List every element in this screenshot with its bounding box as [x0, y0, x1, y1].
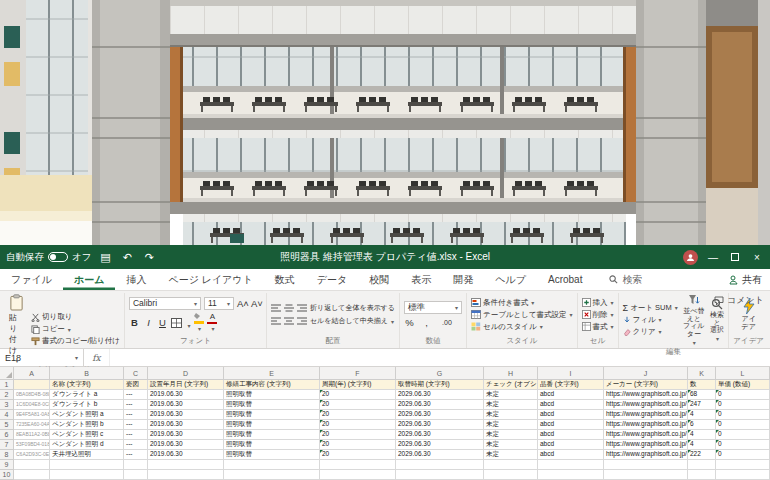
cell-G10[interactable]	[396, 470, 484, 480]
column-header-B[interactable]: B	[50, 367, 124, 380]
tab-データ[interactable]: データ	[306, 269, 358, 290]
cell-A9[interactable]	[14, 460, 50, 470]
cell-K4[interactable]: 4	[688, 410, 716, 420]
cell-I9[interactable]	[538, 460, 604, 470]
cell-C2[interactable]: ---	[124, 390, 148, 400]
cell-G3[interactable]: 2029.06.30	[396, 400, 484, 410]
cell-H10[interactable]	[484, 470, 538, 480]
cell-L5[interactable]: 0	[716, 420, 770, 430]
cell-E2[interactable]: 照明取替	[224, 390, 320, 400]
tab-開発[interactable]: 開発	[442, 269, 484, 290]
search-box[interactable]: 検索	[609, 269, 642, 290]
cell-A6[interactable]: 8EAB11A2-0B87	[14, 430, 50, 440]
cell-F3[interactable]: 20	[320, 400, 396, 410]
cell-E6[interactable]: 照明取替	[224, 430, 320, 440]
autosave-toggle[interactable]: 自動保存 オフ	[6, 251, 91, 264]
cell-J8[interactable]: https://www.graphisoft.co.jp/	[604, 450, 688, 460]
cell-J7[interactable]: https://www.graphisoft.co.jp/	[604, 440, 688, 450]
underline-button[interactable]: U	[157, 317, 168, 328]
cell-A4[interactable]: 9E4F5A81-0A87	[14, 410, 50, 420]
cell-A5[interactable]: 7235EA60-04A7	[14, 420, 50, 430]
comma-style-button[interactable]: ,	[421, 317, 432, 328]
cell-J2[interactable]: https://www.graphisoft.co.jp/	[604, 390, 688, 400]
column-header-J[interactable]: J	[604, 367, 688, 380]
cell-K3[interactable]: 247	[688, 400, 716, 410]
maximize-button[interactable]	[728, 252, 742, 263]
font-size-select[interactable]: 11	[204, 297, 234, 310]
cell-E8[interactable]: 照明取替	[224, 450, 320, 460]
row-header-8[interactable]: 8	[0, 450, 14, 460]
row-header-1[interactable]: 1	[0, 380, 14, 390]
tab-ファイル[interactable]: ファイル	[0, 269, 63, 290]
column-header-I[interactable]: I	[538, 367, 604, 380]
cell-B8[interactable]: 天井埋込照明	[50, 450, 124, 460]
cell-K10[interactable]	[688, 470, 716, 480]
column-header-F[interactable]: F	[320, 367, 396, 380]
clear-button[interactable]: クリア	[623, 327, 678, 337]
cell-F10[interactable]	[320, 470, 396, 480]
cell-B10[interactable]	[50, 470, 124, 480]
cell-B3[interactable]: ダウンライト b	[50, 400, 124, 410]
cell-C3[interactable]: ---	[124, 400, 148, 410]
close-button[interactable]: ×	[750, 252, 764, 263]
column-header-D[interactable]: D	[148, 367, 224, 380]
autosum-button[interactable]: Σ オート SUM	[623, 303, 678, 313]
cell-C10[interactable]	[124, 470, 148, 480]
cell-L9[interactable]	[716, 460, 770, 470]
cell-E5[interactable]: 照明取替	[224, 420, 320, 430]
cell-I2[interactable]: abcd	[538, 390, 604, 400]
cell-B1[interactable]: 名称 (文字列)	[50, 380, 124, 390]
cell-G6[interactable]: 2029.06.30	[396, 430, 484, 440]
tab-ヘルプ[interactable]: ヘルプ	[484, 269, 537, 290]
sort-filter-button[interactable]: 並べ替えと フィルター	[682, 294, 706, 346]
tab-校閲[interactable]: 校閲	[358, 269, 400, 290]
cell-D1[interactable]: 設置年月日 (文字列)	[148, 380, 224, 390]
cell-A1[interactable]	[14, 380, 50, 390]
column-header-E[interactable]: E	[224, 367, 320, 380]
cell-F4[interactable]: 20	[320, 410, 396, 420]
align-center-icon[interactable]	[284, 317, 294, 326]
cell-J6[interactable]: https://www.graphisoft.co.jp/	[604, 430, 688, 440]
cell-E4[interactable]: 照明取替	[224, 410, 320, 420]
redo-icon[interactable]: ↷	[141, 251, 157, 264]
cell-J10[interactable]	[604, 470, 688, 480]
row-header-4[interactable]: 4	[0, 410, 14, 420]
cell-H6[interactable]: 未定	[484, 430, 538, 440]
cell-I7[interactable]: abcd	[538, 440, 604, 450]
cell-C9[interactable]	[124, 460, 148, 470]
align-bottom-icon[interactable]	[297, 304, 307, 313]
cell-A8[interactable]: C6A2D93C-0E87	[14, 450, 50, 460]
cell-D4[interactable]: 2019.06.30	[148, 410, 224, 420]
cell-E7[interactable]: 照明取替	[224, 440, 320, 450]
align-middle-icon[interactable]	[284, 304, 294, 313]
column-header-L[interactable]: L	[716, 367, 770, 380]
bold-button[interactable]: B	[129, 317, 140, 328]
cell-F5[interactable]: 20	[320, 420, 396, 430]
cell-L1[interactable]: 単価 (数値)	[716, 380, 770, 390]
cell-C6[interactable]: ---	[124, 430, 148, 440]
cell-G7[interactable]: 2029.06.30	[396, 440, 484, 450]
cell-F9[interactable]	[320, 460, 396, 470]
cell-C7[interactable]: ---	[124, 440, 148, 450]
cell-I6[interactable]: abcd	[538, 430, 604, 440]
row-header-7[interactable]: 7	[0, 440, 14, 450]
row-header-2[interactable]: 2	[0, 390, 14, 400]
format-cells-button[interactable]: 書式	[582, 322, 614, 332]
row-header-3[interactable]: 3	[0, 400, 14, 410]
bim-3d-viewport[interactable]	[0, 0, 770, 245]
cell-J3[interactable]: https://www.graphisoft.co.jp/	[604, 400, 688, 410]
decimal-button[interactable]: .00	[438, 319, 456, 326]
cell-H4[interactable]: 未定	[484, 410, 538, 420]
cell-L4[interactable]: 0	[716, 410, 770, 420]
format-as-table-button[interactable]: テーブルとして書式設定	[471, 310, 573, 320]
cell-B7[interactable]: ペンダント照明 d	[50, 440, 124, 450]
cell-K8[interactable]: 222	[688, 450, 716, 460]
tab-Acrobat[interactable]: Acrobat	[537, 269, 593, 290]
tab-挿入[interactable]: 挿入	[115, 269, 157, 290]
cell-I3[interactable]: abcd	[538, 400, 604, 410]
merge-center-button[interactable]: セルを結合して中央揃え	[310, 316, 394, 326]
cell-A3[interactable]: 1C6D04E8-0C87	[14, 400, 50, 410]
cell-E1[interactable]: 修繕工事内容 (文字列)	[224, 380, 320, 390]
cell-J9[interactable]	[604, 460, 688, 470]
cell-F7[interactable]: 20	[320, 440, 396, 450]
